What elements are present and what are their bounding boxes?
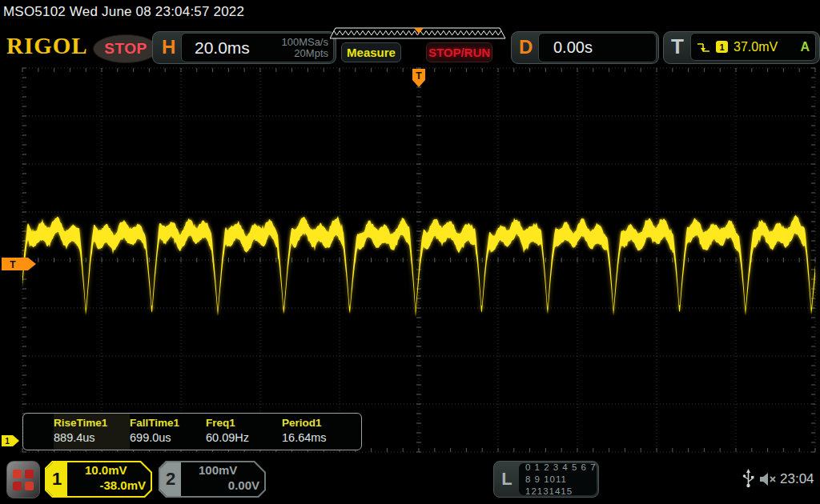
measurement-item[interactable]: FallTime1 699.0us [130, 414, 206, 450]
stop-run-label: STOP/RUN [428, 46, 490, 59]
usb-device-icon [742, 469, 754, 488]
graticule [22, 68, 815, 452]
sample-rate: 100MSa/s [281, 36, 328, 48]
channel2-panel[interactable]: 2 100mV 0.00V [159, 461, 266, 498]
logic-analyzer-panel[interactable]: L 0 1 2 3 4 5 6 7 8 9 1011 12131415 [493, 461, 599, 498]
trigger-position-marker[interactable]: T [412, 69, 425, 87]
stop-run-button[interactable]: STOP/RUN [426, 42, 492, 62]
measurement-item[interactable]: Period1 16.64ms [282, 414, 358, 450]
delay-label: D [519, 36, 533, 58]
waveform-preview[interactable] [330, 27, 511, 40]
clock-time: 23:04 [780, 471, 814, 487]
window-title: MSO5102 Wed June 08 23:04:57 2022 [3, 4, 244, 20]
measurement-label: RiseTime1 [54, 417, 130, 429]
measurement-value: 16.64ms [282, 431, 358, 444]
horizontal-label: H [162, 36, 175, 58]
acquisition-info: 100MSa/s 20Mpts [281, 37, 328, 59]
waveform-display: T T 1 [0, 67, 820, 453]
channel1-offset-number: 1 [5, 437, 10, 446]
measurement-item[interactable]: RiseTime1 889.4us [54, 414, 130, 450]
trigger-position-letter: T [416, 70, 422, 82]
channel2-offset: 0.00V [184, 478, 259, 492]
channel1-values: 10.0mV -38.0mV [70, 463, 146, 495]
channel1-waveform [22, 215, 815, 317]
digital-channel-list: 0 1 2 3 4 5 6 7 8 9 1011 12131415 [519, 463, 597, 495]
measure-label: Measure [347, 46, 396, 59]
trigger-level-value: 37.0mV [734, 40, 778, 54]
digital-row-1: 0 1 2 3 4 5 6 7 [525, 462, 597, 474]
delay-value: 0.00s [553, 38, 593, 57]
falling-edge-trigger-icon [697, 42, 710, 53]
channel1-panel[interactable]: 1 10.0mV -38.0mV [45, 461, 152, 498]
channel1-scale: 10.0mV [85, 463, 127, 477]
channel2-scale: 100mV [199, 463, 237, 477]
trigger-source-badge: 1 [716, 41, 728, 53]
memory-depth: 20Mpts [294, 47, 328, 59]
measurement-label: FallTime1 [130, 417, 206, 429]
measure-button[interactable]: Measure [341, 42, 401, 62]
measurement-value: 60.09Hz [206, 431, 282, 444]
channel2-number[interactable]: 2 [160, 462, 181, 496]
speaker-muted-icon [759, 472, 778, 486]
run-state-label: STOP [104, 40, 147, 58]
channel1-offset-marker[interactable]: 1 [2, 435, 19, 446]
measurement-panel[interactable]: RiseTime1 889.4us FallTime1 699.0us Freq… [22, 413, 362, 450]
run-state-badge: STOP [93, 34, 159, 63]
channel1-number[interactable]: 1 [46, 462, 67, 496]
trigger-box[interactable]: 1 37.0mV A [690, 33, 816, 61]
measurement-label: Period1 [282, 417, 358, 429]
measurement-value: 889.4us [54, 431, 130, 444]
menu-grid-icon[interactable] [6, 461, 40, 498]
measurement-value: 699.0us [130, 431, 206, 444]
trigger-level-letter: T [10, 259, 16, 270]
trigger-label: T [671, 34, 684, 59]
channel1-offset: -38.0mV [70, 478, 146, 492]
menu-grid-squares [13, 470, 34, 490]
logic-analyzer-label: L [496, 464, 517, 494]
channel2-values: 100mV 0.00V [184, 463, 259, 495]
rigol-logo: RIGOL [6, 33, 88, 59]
measurement-label: Freq1 [206, 417, 282, 429]
trigger-sweep-mode: A [800, 40, 810, 54]
delay-box[interactable]: 0.00s [538, 33, 657, 62]
measurement-item[interactable]: Freq1 60.09Hz [206, 414, 282, 450]
timebase-box[interactable]: 20.0ms 100MSa/s 20Mpts [181, 33, 334, 62]
trigger-level-marker[interactable]: T [2, 258, 36, 270]
timebase-value: 20.0ms [195, 38, 250, 58]
digital-row-2: 8 9 1011 12131415 [525, 474, 597, 498]
